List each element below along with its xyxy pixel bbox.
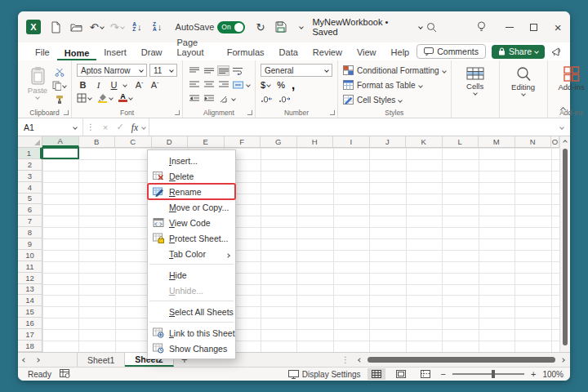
column-header-a[interactable]: A	[42, 136, 79, 147]
fill-color-button[interactable]	[97, 92, 113, 103]
row-header-10[interactable]: 10	[18, 250, 42, 261]
column-header-h[interactable]: H	[297, 136, 334, 147]
bold-button[interactable]: B	[77, 78, 89, 91]
grid-cells[interactable]	[42, 148, 559, 352]
maximize-button[interactable]	[522, 11, 546, 42]
font-dialog-launcher[interactable]	[175, 110, 180, 115]
column-header-o[interactable]: O	[551, 136, 559, 147]
menu-item-delete[interactable]: Delete	[148, 168, 235, 184]
normal-view-button[interactable]	[368, 368, 385, 380]
column-header-i[interactable]: I	[333, 136, 370, 147]
tab-review[interactable]: Review	[305, 46, 350, 60]
editing-button[interactable]: Editing	[505, 64, 542, 107]
font-size-select[interactable]: 11	[149, 64, 177, 77]
decrease-decimal-icon[interactable]	[278, 91, 292, 106]
format-painter-icon[interactable]	[52, 93, 66, 105]
increase-decimal-icon[interactable]	[261, 91, 274, 106]
name-box[interactable]: A1	[18, 118, 83, 136]
sheet-nav-left-icon[interactable]	[18, 353, 31, 367]
wrap-text-icon[interactable]	[232, 65, 244, 76]
cells-button[interactable]: Cells	[457, 64, 494, 107]
collapse-ribbon-icon[interactable]	[561, 100, 565, 115]
menu-item-protect-sheet[interactable]: Protect Sheet...	[148, 230, 235, 246]
row-header-12[interactable]: 12	[18, 273, 42, 284]
underline-dropdown[interactable]	[122, 82, 127, 87]
new-file-icon[interactable]	[47, 18, 65, 36]
tab-draw[interactable]: Draw	[134, 46, 170, 60]
document-title[interactable]: MyNewWorkbook • Saved	[312, 17, 422, 37]
font-name-select[interactable]: Aptos Narrow	[77, 64, 147, 77]
shrink-font-button[interactable]: Aˇ	[149, 78, 161, 91]
align-top-icon[interactable]	[188, 65, 200, 76]
menu-item-show-changes[interactable]: Show Changes	[148, 341, 235, 356]
row-header-17[interactable]: 17	[18, 329, 42, 341]
decrease-indent-icon[interactable]	[188, 93, 200, 104]
zoom-level-label[interactable]: 100%	[542, 370, 564, 379]
align-right-icon[interactable]	[217, 79, 229, 90]
worksheet-grid[interactable]: ABCDEFGHIJKLMNO 123456789101112131415161…	[18, 136, 570, 352]
comments-button[interactable]: Comments	[416, 44, 486, 59]
column-header-c[interactable]: C	[115, 136, 152, 147]
menu-item-rename[interactable]: Rename	[148, 184, 235, 199]
hscroll-right-icon[interactable]	[559, 359, 567, 362]
italic-button[interactable]: I	[92, 78, 105, 91]
select-all-corner[interactable]	[18, 136, 42, 147]
vertical-scroll-thumb[interactable]	[563, 149, 568, 345]
row-header-6[interactable]: 6	[18, 204, 42, 216]
menu-item-hide[interactable]: Hide	[148, 267, 235, 283]
increase-indent-icon[interactable]	[203, 93, 215, 104]
share-button[interactable]: Share	[492, 45, 545, 59]
align-center-icon[interactable]	[203, 79, 215, 90]
tab-file[interactable]: File	[28, 46, 57, 60]
align-bottom-icon[interactable]	[217, 65, 229, 76]
align-middle-icon[interactable]	[203, 65, 215, 76]
merge-center-icon[interactable]	[232, 79, 244, 90]
conditional-formatting-button[interactable]: Conditional Formatting	[343, 64, 446, 78]
column-header-n[interactable]: N	[515, 136, 552, 147]
tab-help[interactable]: Help	[384, 46, 417, 60]
formula-bar-splitter[interactable]: ⋮	[83, 122, 98, 131]
sheet-tab-sheet1[interactable]: Sheet1	[77, 353, 125, 367]
row-header-13[interactable]: 13	[18, 284, 42, 296]
comma-format-button[interactable]: ,	[292, 82, 295, 88]
display-settings-button[interactable]: Display Settings	[288, 370, 361, 379]
row-header-3[interactable]: 3	[18, 171, 42, 182]
cell-styles-button[interactable]: Cell Styles	[343, 93, 446, 107]
tab-scroll-splitter[interactable]: ⋮	[338, 355, 353, 364]
currency-format-button[interactable]: $	[261, 80, 270, 90]
row-header-18[interactable]: 18	[18, 341, 42, 352]
hscroll-left-icon[interactable]	[356, 359, 364, 362]
column-header-g[interactable]: G	[261, 136, 297, 147]
format-as-table-button[interactable]: Format as Table	[343, 78, 446, 92]
menu-item-tab-color[interactable]: Tab Color	[148, 246, 235, 261]
column-header-d[interactable]: D	[152, 136, 189, 147]
page-layout-view-button[interactable]	[392, 368, 410, 380]
column-header-b[interactable]: B	[79, 136, 116, 147]
clipboard-dialog-launcher[interactable]	[64, 110, 69, 115]
lightbulb-icon[interactable]	[473, 18, 491, 36]
open-file-icon[interactable]	[68, 18, 86, 36]
merge-dropdown[interactable]	[246, 82, 251, 87]
column-header-k[interactable]: K	[406, 136, 443, 147]
copy-icon[interactable]	[52, 79, 66, 91]
selected-cell-a1[interactable]	[42, 147, 79, 159]
row-header-14[interactable]: 14	[18, 295, 42, 306]
zoom-out-button[interactable]: −	[441, 369, 446, 379]
tab-view[interactable]: View	[350, 46, 384, 60]
row-header-16[interactable]: 16	[18, 318, 42, 329]
row-header-11[interactable]: 11	[18, 261, 42, 273]
tab-formulas[interactable]: Formulas	[220, 46, 272, 60]
column-header-j[interactable]: J	[370, 136, 407, 147]
horizontal-scrollbar[interactable]	[368, 356, 555, 363]
percent-format-button[interactable]: %	[277, 80, 285, 90]
vertical-scrollbar[interactable]	[559, 136, 570, 352]
row-header-8[interactable]: 8	[18, 227, 42, 238]
menu-item-link-to-this-sheet[interactable]: Link to this Sheet	[148, 325, 235, 341]
zoom-slider-thumb[interactable]	[492, 370, 495, 378]
formula-input[interactable]	[149, 118, 554, 136]
tab-home[interactable]: Home	[57, 47, 97, 61]
zoom-slider[interactable]	[452, 373, 524, 375]
menu-item-insert[interactable]: Insert...	[148, 153, 235, 168]
addins-button[interactable]: Add-ins	[553, 64, 588, 107]
orientation-icon[interactable]	[217, 93, 229, 104]
